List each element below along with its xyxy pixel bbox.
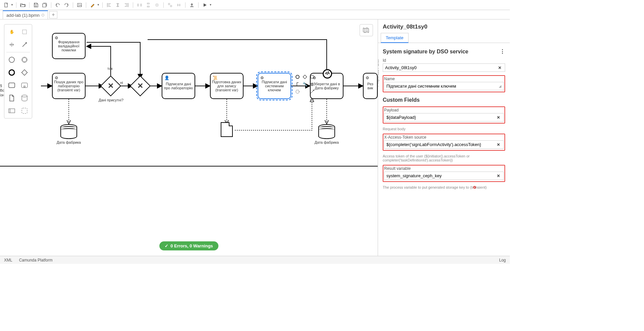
task-tool[interactable] — [6, 80, 17, 91]
group-tool[interactable] — [19, 105, 30, 116]
ctx-annotation-icon[interactable] — [294, 81, 301, 87]
play-button[interactable] — [201, 1, 209, 9]
save-button[interactable] — [32, 1, 40, 9]
align-left-button[interactable] — [105, 1, 113, 9]
dist-v-button[interactable] — [145, 1, 152, 9]
gateway-tool[interactable] — [19, 67, 30, 78]
dist-r-button[interactable] — [166, 1, 174, 9]
ctx-wrench-icon[interactable]: 🔧 — [302, 81, 308, 87]
color-dropdown-icon[interactable]: ▼ — [97, 3, 100, 6]
svg-rect-18 — [9, 83, 15, 88]
result-clear-icon[interactable]: ✕ — [495, 174, 501, 178]
svg-rect-7 — [156, 4, 158, 6]
file-tab-dirty-icon — [42, 14, 44, 16]
token-clear-icon[interactable]: ✕ — [495, 142, 501, 147]
open-button[interactable] — [19, 1, 26, 9]
undo-button[interactable] — [54, 1, 61, 9]
payload-input[interactable] — [386, 115, 495, 120]
ctx-end-event-icon[interactable] — [294, 74, 301, 80]
ctx-event-icon[interactable] — [294, 89, 301, 95]
end-event-tool[interactable] — [6, 67, 17, 78]
ctx-trash-icon[interactable]: 🗑 — [309, 81, 315, 87]
ctx-gateway-icon[interactable] — [302, 74, 308, 80]
svg-rect-6 — [147, 6, 149, 7]
context-pad: 🔧 🗑 — [294, 74, 315, 95]
token-hint: Access token of the user (${initiator().… — [383, 154, 505, 162]
id-clear-icon[interactable]: ✕ — [497, 65, 503, 70]
save-all-button[interactable] — [41, 1, 48, 9]
hand-tool[interactable]: ✋ — [6, 27, 17, 37]
minimap-toggle[interactable] — [360, 24, 373, 36]
name-input[interactable] — [386, 84, 499, 89]
status-bar: XML Camunda Platform Log — [0, 256, 510, 264]
marker-dot — [473, 186, 476, 189]
result-input[interactable] — [386, 173, 495, 178]
svg-rect-12 — [22, 30, 26, 34]
svg-point-13 — [9, 57, 14, 62]
dist-b-button[interactable] — [175, 1, 182, 9]
section-template-title: System signature by DSO service ⋮ — [383, 48, 505, 55]
task-sign-sys[interactable]: ⚙Підписати дані системним ключем — [258, 73, 291, 99]
token-input[interactable] — [386, 142, 495, 147]
gateway-merge[interactable]: ✕ — [130, 76, 151, 96]
pool-tool[interactable] — [6, 105, 17, 116]
resize-icon[interactable]: ◢ — [499, 84, 501, 88]
color-button[interactable] — [89, 1, 96, 9]
validation-text: 0 Errors, 0 Warnings — [170, 243, 213, 248]
properties-panel-handle[interactable]: Properties Panel — [378, 59, 379, 87]
data-store-tool[interactable] — [19, 93, 30, 103]
status-xml[interactable]: XML — [4, 258, 12, 263]
status-log[interactable]: Log — [499, 258, 506, 263]
align-right-button[interactable] — [123, 1, 130, 9]
validation-badge[interactable]: ✓ 0 Errors, 0 Warnings — [159, 241, 218, 250]
status-platform[interactable]: Camunda Platform — [19, 258, 53, 263]
space-tool[interactable] — [6, 39, 17, 50]
payload-clear-icon[interactable]: ✕ — [495, 115, 501, 120]
task-result[interactable]: ⚙Рез вик — [363, 73, 378, 99]
data-object[interactable] — [221, 122, 233, 137]
svg-point-11 — [296, 90, 299, 93]
subprocess-tool[interactable] — [19, 80, 30, 91]
dist-c-button[interactable] — [153, 1, 161, 9]
file-tab[interactable]: add-lab (1).bpmn — [3, 10, 48, 19]
diagram-canvas[interactable]: §Встаізне — [0, 19, 378, 256]
task-prepare[interactable]: 📜Підготовка даних для запису (transient … — [210, 73, 244, 99]
ctx-connect-icon[interactable] — [309, 89, 315, 95]
data-store-2[interactable]: Дата фабрика — [318, 124, 335, 139]
dist-h-button[interactable] — [136, 1, 143, 9]
play-dropdown-icon[interactable]: ▼ — [209, 3, 212, 6]
gear-icon: ⚙ — [55, 76, 58, 80]
connect-tool[interactable] — [19, 39, 30, 50]
svg-rect-20 — [24, 86, 25, 87]
start-event-tool[interactable] — [6, 54, 17, 65]
add-tab-button[interactable]: + — [49, 11, 57, 18]
user-icon: 👤 — [164, 76, 169, 80]
main-toolbar: ▼ ▼ ▼ — [0, 0, 510, 10]
event-boundary[interactable] — [323, 69, 332, 79]
section-menu-icon[interactable]: ⋮ — [500, 48, 505, 55]
task-error[interactable]: ⚙Формування валідаційної помилки — [52, 33, 86, 59]
task-sign-user[interactable]: 👤Підписати дані про лабораторію — [162, 73, 195, 99]
file-tabs-bar: add-lab (1).bpmn + — [0, 10, 510, 19]
upload-button[interactable] — [188, 1, 196, 9]
data-store-1[interactable]: Дата фабрика — [60, 124, 77, 139]
section-custom-title: Custom Fields — [383, 97, 505, 103]
id-input[interactable] — [385, 65, 497, 70]
ctx-task-icon[interactable] — [309, 74, 315, 80]
gateway-yes-label: так — [107, 66, 113, 70]
gateway-data-present[interactable]: ✕ — [100, 76, 121, 96]
data-object-tool[interactable] — [6, 93, 17, 103]
intermediate-event-tool[interactable] — [19, 54, 30, 65]
svg-rect-23 — [22, 108, 27, 113]
image-button[interactable] — [76, 1, 83, 9]
lasso-tool[interactable] — [19, 27, 30, 37]
task-search[interactable]: ⚙Пошук даних про лабораторію (transient … — [52, 73, 86, 99]
tab-template[interactable]: Template — [381, 33, 409, 43]
svg-point-2 — [78, 4, 79, 5]
payload-label: Payload — [384, 108, 504, 112]
redo-button[interactable] — [63, 1, 70, 9]
new-dropdown-icon[interactable]: ▼ — [11, 3, 13, 6]
gateway-no-label: ні — [120, 81, 123, 85]
new-file-button[interactable] — [3, 1, 10, 9]
align-center-button[interactable] — [114, 1, 121, 9]
